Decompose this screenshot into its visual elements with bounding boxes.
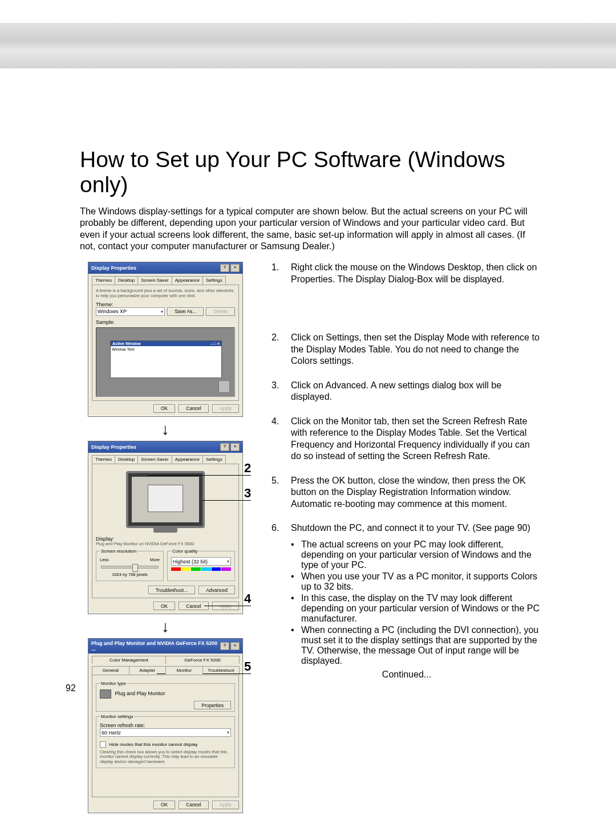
less-label: Less [100, 557, 109, 562]
display-value: Plug and Play Monitor on NVIDIA GeForce … [96, 542, 235, 546]
dialog-title: Display Properties [91, 265, 136, 271]
ok-button[interactable]: OK [153, 602, 175, 610]
monitor-icon [100, 689, 111, 699]
tab-desktop[interactable]: Desktop [115, 276, 138, 285]
resolution-value: 1024 by 768 pixels [100, 572, 160, 577]
marker-2: 2 [244, 461, 251, 476]
color-quality-dropdown[interactable]: Highest (32 bit) [171, 557, 231, 566]
save-as-button[interactable]: Save As... [167, 307, 204, 316]
step-3: 3.Click on Advanced. A new settings dial… [271, 380, 542, 403]
note-item: When you use your TV as a PC monitor, it… [291, 571, 542, 592]
step-4: 4.Click on the Monitor tab, then set the… [271, 416, 542, 462]
hide-modes-label: Hide modes that this monitor cannot disp… [109, 742, 197, 747]
monitor-type-value: Plug and Play Monitor [115, 691, 165, 697]
apply-button[interactable]: Apply [212, 801, 239, 809]
display-properties-settings-dialog: Display Properties ? × Themes Desktop Sc… [88, 441, 243, 614]
tab-settings[interactable]: Settings [202, 455, 226, 464]
apply-button[interactable]: Apply [212, 404, 239, 413]
step-list: 1.Right click the mouse on the Windows D… [271, 262, 542, 534]
ok-button[interactable]: OK [153, 404, 175, 413]
hide-modes-description: Clearing this check box allows you to se… [100, 750, 231, 764]
page-title: How to Set up Your PC Software (Windows … [80, 147, 542, 197]
intro-paragraph: The Windows display-settings for a typic… [80, 205, 542, 251]
theme-description: A theme is a background plus a set of so… [96, 289, 235, 298]
instructions-column: 1.Right click the mouse on the Windows D… [271, 262, 542, 814]
tab-strip: Themes Desktop Screen Saver Appearance S… [92, 276, 239, 285]
monitor-settings-legend: Monitor settings [100, 714, 134, 719]
tab-screensaver[interactable]: Screen Saver [137, 276, 172, 285]
hide-modes-checkbox[interactable] [100, 741, 106, 748]
dialog-title: Display Properties [91, 444, 136, 450]
notes-list: The actual screens on your PC may look d… [291, 539, 542, 666]
close-icon[interactable]: × [230, 443, 240, 451]
close-icon[interactable]: × [230, 264, 240, 272]
marker-5: 5 [244, 659, 251, 674]
step-2: 2.Click on Settings, then set the Displa… [271, 332, 542, 367]
tab-general[interactable]: General [92, 666, 129, 675]
continued-label: Continued... [271, 669, 542, 680]
marker-line [202, 500, 251, 501]
marker-line [204, 606, 251, 606]
tab-geforce[interactable]: GeForce FX 5200 [165, 656, 240, 664]
refresh-rate-label: Screen refresh rate: [100, 723, 231, 728]
theme-label: Theme: [96, 302, 235, 307]
dialog-title: Plug and Play Monitor and NVIDIA GeForce… [91, 640, 220, 652]
step-1: 1.Right click the mouse on the Windows D… [271, 262, 542, 285]
monitor-preview [126, 471, 205, 528]
theme-preview: Active Window– □ × Window Text [96, 327, 235, 397]
marker-line [147, 475, 251, 476]
screenshot-column: Display Properties ? × Themes Desktop Sc… [80, 262, 251, 814]
note-item: The actual screens on your PC may look d… [291, 539, 542, 570]
troubleshoot-button[interactable]: Troubleshoot... [148, 586, 195, 594]
page-number: 92 [66, 683, 76, 693]
step-5: 5.Press the OK button, close the window,… [271, 475, 542, 510]
sample-label: Sample: [96, 319, 235, 325]
help-icon[interactable]: ? [220, 264, 229, 272]
note-item: When connecting a PC (including the DVI … [291, 625, 542, 666]
refresh-rate-dropdown[interactable]: 60 Hertz [100, 728, 231, 737]
recycle-bin-icon [218, 380, 230, 393]
tab-themes[interactable]: Themes [92, 276, 115, 285]
arrow-down-icon: ↓ [161, 619, 169, 635]
screen-resolution-legend: Screen resolution [100, 549, 137, 554]
cancel-button[interactable]: Cancel [179, 404, 208, 413]
arrow-down-icon: ↓ [161, 421, 169, 437]
note-item: In this case, the display on the TV may … [291, 593, 542, 624]
ok-button[interactable]: OK [153, 801, 175, 809]
display-properties-themes-dialog: Display Properties ? × Themes Desktop Sc… [88, 262, 243, 417]
color-quality-legend: Color quality [171, 549, 198, 554]
monitor-type-legend: Monitor type [100, 681, 127, 686]
close-icon[interactable]: × [230, 642, 240, 650]
more-label: More [150, 557, 160, 562]
tab-monitor[interactable]: Monitor [165, 666, 203, 675]
advanced-button[interactable]: Advanced [198, 586, 235, 594]
help-icon[interactable]: ? [220, 443, 229, 451]
tab-screensaver[interactable]: Screen Saver [137, 455, 172, 464]
cancel-button[interactable]: Cancel [179, 801, 208, 809]
tab-color-management[interactable]: Color Management [92, 656, 166, 664]
tab-desktop[interactable]: Desktop [115, 455, 138, 464]
resolution-slider[interactable] [101, 566, 159, 569]
header-band [0, 23, 616, 68]
properties-button[interactable]: Properties [194, 701, 231, 709]
tab-appearance[interactable]: Appearance [172, 455, 203, 464]
step-6: 6.Shutdown the PC, and connect it to you… [271, 522, 542, 534]
delete-button[interactable]: Delete [206, 307, 235, 316]
help-icon[interactable]: ? [220, 642, 229, 650]
theme-dropdown[interactable]: Windows XP [96, 307, 165, 316]
marker-4: 4 [244, 591, 251, 606]
tab-appearance[interactable]: Appearance [172, 276, 203, 285]
tab-themes[interactable]: Themes [92, 455, 115, 464]
color-swatch [171, 567, 231, 571]
monitor-properties-dialog: Plug and Play Monitor and NVIDIA GeForce… [88, 638, 243, 813]
tab-settings[interactable]: Settings [202, 276, 226, 285]
marker-3: 3 [244, 486, 251, 501]
